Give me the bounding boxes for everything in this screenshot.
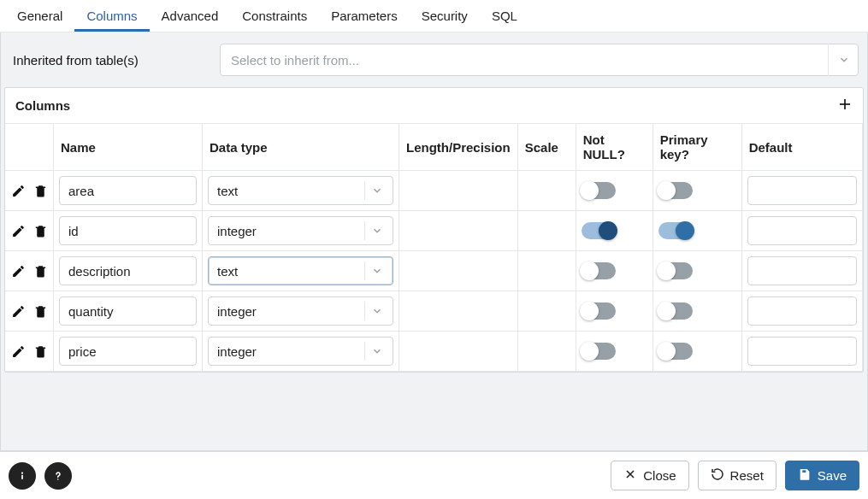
delete-icon[interactable] [32,263,48,279]
data-type-value: text [217,184,238,198]
primary-key-toggle[interactable] [658,262,693,279]
primary-key-toggle[interactable] [658,302,693,320]
svg-rect-7 [802,470,806,473]
footer: Close Reset Save [0,451,868,499]
inherit-select[interactable]: Select to inherit from... [220,44,859,76]
data-type-value: integer [217,304,257,319]
not-null-toggle[interactable] [582,262,616,279]
delete-icon[interactable] [32,343,48,359]
reset-button[interactable]: Reset [698,461,776,490]
not-null-toggle[interactable] [582,343,616,360]
svg-point-2 [21,472,23,473]
edit-icon[interactable] [10,303,26,319]
tab-security[interactable]: Security [410,0,480,32]
close-button[interactable]: Close [611,461,688,490]
save-icon [798,467,812,484]
edit-icon[interactable] [10,343,26,359]
tab-constraints[interactable]: Constraints [230,0,319,32]
not-null-toggle[interactable] [582,182,616,199]
chevron-down-icon[interactable] [828,44,859,76]
columns-panel: Columns Name Data type Length/Precision … [4,87,864,373]
save-button[interactable]: Save [785,461,859,490]
edit-icon[interactable] [10,263,26,279]
table-row: text [5,171,863,211]
not-null-toggle[interactable] [582,302,616,320]
col-header-scale: Scale [517,124,576,171]
column-name-input[interactable] [59,216,197,245]
primary-key-toggle[interactable] [658,343,693,360]
col-header-len: Length/Precision [399,124,518,171]
inherit-row: Inherited from table(s) Select to inheri… [1,32,867,87]
help-button[interactable] [44,462,72,490]
data-type-value: integer [217,224,257,238]
columns-grid: Name Data type Length/Precision Scale No… [5,124,863,372]
add-column-button[interactable] [837,97,853,114]
chevron-down-icon[interactable] [364,342,388,361]
default-value-input[interactable] [747,176,857,205]
inherit-select-placeholder: Select to inherit from... [220,44,859,76]
default-value-input[interactable] [747,296,857,326]
default-value-input[interactable] [747,256,857,285]
close-icon [623,467,637,484]
edit-icon[interactable] [10,183,26,198]
close-button-label: Close [643,468,676,483]
svg-rect-3 [21,474,23,478]
tab-advanced[interactable]: Advanced [150,0,231,32]
column-name-input[interactable] [59,256,197,285]
column-name-input[interactable] [59,337,197,366]
svg-point-4 [57,478,59,480]
inherit-label: Inherited from table(s) [9,53,206,68]
tabs-bar: General Columns Advanced Constraints Par… [0,0,868,32]
primary-key-toggle[interactable] [658,222,693,239]
not-null-toggle[interactable] [582,222,616,239]
table-row: text [5,251,863,291]
col-header-name: Name [54,124,203,171]
grid-header-row: Name Data type Length/Precision Scale No… [5,124,863,171]
delete-icon[interactable] [32,183,48,198]
columns-panel-title: Columns [15,98,70,113]
col-header-pk: Primary key? [652,124,741,171]
delete-icon[interactable] [32,223,48,238]
col-header-type: Data type [203,124,399,171]
table-row: integer [5,291,863,332]
reset-icon [711,467,724,484]
chevron-down-icon[interactable] [364,181,388,200]
default-value-input[interactable] [747,337,857,366]
columns-panel-header: Columns [5,88,863,124]
edit-icon[interactable] [10,223,26,238]
tab-parameters[interactable]: Parameters [319,0,410,32]
tab-columns[interactable]: Columns [74,0,149,32]
delete-icon[interactable] [32,303,48,319]
data-type-value: text [217,264,238,279]
save-button-label: Save [818,468,847,483]
col-header-nn: Not NULL? [576,124,652,171]
reset-button-label: Reset [730,468,764,483]
table-row: integer [5,211,863,251]
tab-sql[interactable]: SQL [480,0,529,32]
chevron-down-icon[interactable] [364,261,388,280]
tab-general[interactable]: General [5,0,74,32]
chevron-down-icon[interactable] [364,302,388,320]
content-area: Inherited from table(s) Select to inheri… [0,32,868,451]
info-button[interactable] [9,462,36,490]
col-header-def: Default [741,124,862,171]
column-name-input[interactable] [59,176,197,205]
table-row: integer [5,332,863,372]
column-name-input[interactable] [59,296,197,326]
primary-key-toggle[interactable] [658,182,693,199]
chevron-down-icon[interactable] [364,221,388,240]
default-value-input[interactable] [747,216,857,245]
data-type-value: integer [217,344,257,359]
